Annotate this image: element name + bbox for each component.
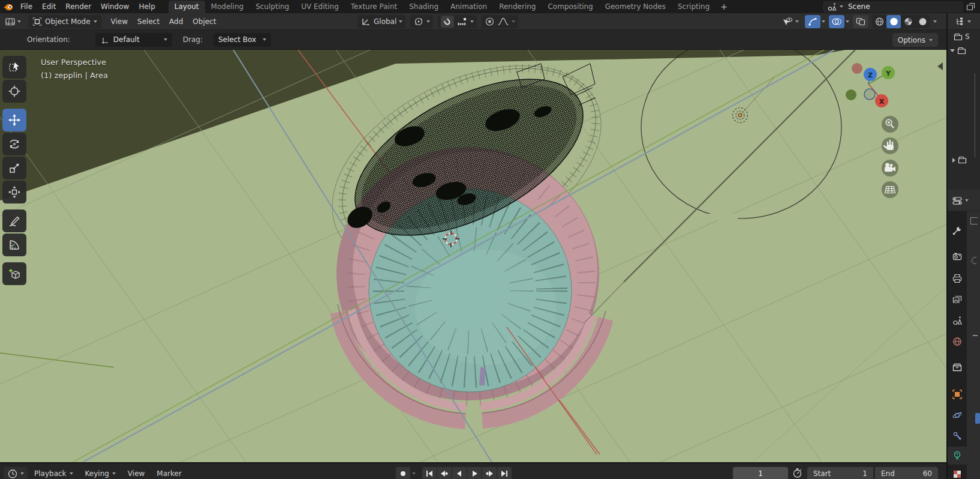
- viewport-canvas[interactable]: Z Y X: [0, 50, 946, 462]
- tab-tool[interactable]: [948, 221, 967, 240]
- outliner-scene-collection-row[interactable]: S: [954, 32, 970, 41]
- zoom-button[interactable]: [882, 116, 898, 133]
- gizmo-neg-y-ball[interactable]: [846, 89, 856, 100]
- menu-object[interactable]: Object: [188, 15, 221, 28]
- previous-frame-button[interactable]: [452, 467, 467, 479]
- workspace-tab-rendering[interactable]: Rendering: [493, 1, 542, 13]
- menu-select[interactable]: Select: [133, 15, 164, 28]
- mode-dropdown[interactable]: Object Mode: [28, 15, 101, 28]
- properties-editor-icon[interactable]: [951, 194, 963, 206]
- shading-material-button[interactable]: [901, 15, 915, 28]
- menu-edit[interactable]: Edit: [37, 0, 61, 13]
- outliner-collection-row-collapsed[interactable]: [952, 156, 967, 164]
- shading-rendered-button[interactable]: [915, 15, 930, 28]
- menu-view[interactable]: View: [106, 15, 133, 28]
- show-overlays-toggle[interactable]: [829, 15, 844, 28]
- transform-orientation-dropdown[interactable]: Global: [357, 15, 405, 28]
- drag-dropdown[interactable]: Select Box: [214, 33, 271, 47]
- collection-icon: [954, 33, 963, 41]
- playback-menu[interactable]: Playback: [29, 467, 79, 479]
- proportional-editing-controls[interactable]: [482, 15, 518, 28]
- chevron-down-icon: [933, 20, 937, 23]
- play-button[interactable]: [467, 467, 482, 479]
- current-frame-field[interactable]: 1: [733, 467, 788, 479]
- snap-toggle[interactable]: [441, 16, 454, 28]
- options-dropdown[interactable]: Options: [892, 33, 938, 47]
- gizmo-neg-z-ball[interactable]: [864, 89, 875, 100]
- timeline-editor-selector[interactable]: [4, 467, 28, 479]
- snapping-controls[interactable]: [438, 15, 477, 28]
- tab-output[interactable]: [948, 270, 967, 288]
- tool-transform[interactable]: [2, 181, 26, 203]
- orthographic-grid-button[interactable]: [882, 181, 898, 198]
- tool-measure[interactable]: [2, 233, 26, 256]
- workspace-tab-shading[interactable]: Shading: [403, 1, 444, 13]
- properties-partial-widget: [970, 217, 978, 224]
- tool-annotate[interactable]: [2, 209, 26, 232]
- view-menu[interactable]: View: [122, 467, 150, 479]
- tab-texture[interactable]: [948, 465, 967, 479]
- marker-menu[interactable]: Marker: [151, 467, 187, 479]
- tab-view-layer[interactable]: [948, 291, 967, 309]
- workspace-tab-texture-paint[interactable]: Texture Paint: [345, 1, 403, 13]
- workspace-tab-modeling[interactable]: Modeling: [205, 1, 250, 13]
- show-gizmo-toggle[interactable]: [805, 15, 820, 28]
- workspace-tab-uv-editing[interactable]: UV Editing: [295, 1, 345, 13]
- object-visibility-dropdown[interactable]: [779, 15, 801, 28]
- menu-add[interactable]: Add: [164, 15, 188, 28]
- keying-menu[interactable]: Keying: [80, 467, 121, 479]
- scene-selector[interactable]: Scene: [823, 1, 963, 13]
- pivot-point-dropdown[interactable]: [410, 15, 433, 28]
- workspace-tab-compositing[interactable]: Compositing: [542, 1, 599, 13]
- workspace-tab-sculpting[interactable]: Sculpting: [249, 1, 295, 13]
- tool-move[interactable]: [2, 109, 26, 131]
- tab-world[interactable]: [948, 333, 967, 351]
- tool-select-box[interactable]: [2, 56, 26, 79]
- next-keyframe-button[interactable]: [482, 467, 497, 479]
- menu-file[interactable]: File: [16, 0, 37, 13]
- workspace-tab-scripting[interactable]: Scripting: [672, 1, 716, 13]
- orientation-dropdown[interactable]: Default: [95, 33, 172, 47]
- tab-collection[interactable]: [948, 358, 967, 376]
- auto-keying-indicator[interactable]: [792, 467, 803, 478]
- frame-start-field[interactable]: Start 1: [807, 467, 873, 479]
- tool-cursor[interactable]: [2, 80, 26, 103]
- gizmo-neg-x-ball[interactable]: [852, 63, 862, 74]
- outliner-editor-icon[interactable]: [955, 17, 966, 26]
- tab-constraints[interactable]: [948, 427, 967, 445]
- blender-logo-icon[interactable]: [0, 2, 16, 11]
- shading-solid-button[interactable]: [886, 15, 901, 28]
- tab-object-data[interactable]: [948, 447, 967, 465]
- tool-rotate[interactable]: [2, 133, 26, 155]
- tab-scene[interactable]: [948, 312, 967, 330]
- scene-name-field[interactable]: Scene: [846, 2, 960, 11]
- workspace-tab-layout[interactable]: Layout: [169, 1, 205, 13]
- editor-type-selector[interactable]: [2, 15, 23, 28]
- tool-add-cube[interactable]: [2, 262, 26, 285]
- properties-panel: [948, 190, 980, 479]
- auto-keying-record-button[interactable]: [396, 467, 410, 479]
- add-workspace-button[interactable]: +: [716, 2, 732, 11]
- menu-render[interactable]: Render: [61, 0, 96, 13]
- workspace-tab-animation[interactable]: Animation: [444, 1, 493, 13]
- menu-window[interactable]: Window: [96, 0, 134, 13]
- frame-end-field[interactable]: End 60: [875, 467, 938, 479]
- outliner-collection-row-expanded[interactable]: [950, 47, 966, 55]
- proportional-edit-icon: [485, 17, 495, 26]
- disclosure-triangle-icon[interactable]: [950, 49, 955, 52]
- jump-to-start-button[interactable]: [422, 467, 437, 479]
- shading-wireframe-button[interactable]: [872, 15, 886, 28]
- tool-scale[interactable]: [2, 157, 26, 179]
- pan-hand-button[interactable]: [882, 137, 898, 154]
- disclosure-triangle-icon[interactable]: [952, 158, 955, 163]
- previous-keyframe-button[interactable]: [437, 467, 452, 479]
- tab-object[interactable]: [948, 385, 967, 403]
- tab-physics[interactable]: [948, 406, 967, 424]
- workspace-tab-geometry-nodes[interactable]: Geometry Nodes: [599, 1, 672, 13]
- camera-view-button[interactable]: [882, 160, 898, 176]
- xray-toggle[interactable]: [853, 15, 868, 28]
- menu-help[interactable]: Help: [134, 0, 160, 13]
- new-scene-icon[interactable]: [966, 2, 976, 11]
- tab-render[interactable]: [948, 247, 967, 265]
- jump-to-end-button[interactable]: [497, 467, 512, 479]
